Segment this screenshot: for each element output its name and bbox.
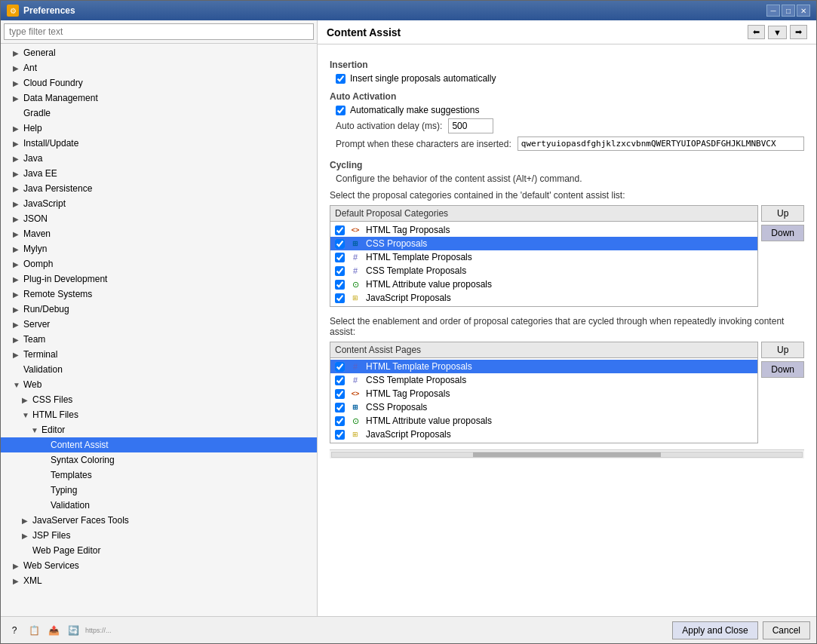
tree-item-ant[interactable]: ▶ Ant — [1, 60, 317, 75]
down-button-default[interactable]: Down — [761, 225, 804, 241]
item-checkbox[interactable] — [335, 403, 345, 412]
item-checkbox[interactable] — [335, 253, 345, 262]
export-icon[interactable]: 📤 — [46, 623, 61, 638]
list-item[interactable]: # CSS Template Proposals — [330, 373, 757, 387]
nav-forward-button[interactable]: ➡ — [790, 25, 807, 39]
tree-item-label: Server — [23, 319, 50, 330]
tree-item-content-assist[interactable]: ▶ Content Assist — [1, 437, 317, 452]
tree-item-validation-editor[interactable]: ▶ Validation — [1, 498, 317, 513]
prompt-input[interactable] — [518, 136, 804, 151]
nav-dropdown-button[interactable]: ▼ — [768, 26, 787, 39]
cancel-button[interactable]: Cancel — [763, 621, 810, 639]
tree-item-java-ee[interactable]: ▶ Java EE — [1, 166, 317, 181]
tree-item-java-persistence[interactable]: ▶ Java Persistence — [1, 181, 317, 196]
list-item[interactable]: ⊞ CSS Proposals — [330, 400, 757, 414]
item-checkbox[interactable] — [335, 416, 345, 426]
tree-item-plugin-development[interactable]: ▶ Plug-in Development — [1, 271, 317, 287]
tree-item-label: Syntax Coloring — [51, 455, 115, 465]
up-button-default[interactable]: Up — [761, 205, 804, 222]
filter-input[interactable] — [4, 23, 314, 40]
tree-item-gradle[interactable]: ▶ Gradle — [1, 106, 317, 121]
tree-item-terminal[interactable]: ▶ Terminal — [1, 347, 317, 362]
tree-item-web-services[interactable]: ▶ Web Services — [1, 558, 317, 573]
down-button-pages[interactable]: Down — [761, 361, 804, 378]
list-item[interactable]: <> HTML Tag Proposals — [330, 223, 757, 237]
list-item[interactable]: <> HTML Tag Proposals — [330, 387, 757, 400]
list-item[interactable]: ⊞ JavaScript Proposals — [330, 291, 757, 305]
list-item[interactable]: ⊙ HTML Attribute value proposals — [330, 414, 757, 428]
tree-item-remote-systems[interactable]: ▶ Remote Systems — [1, 287, 317, 302]
tree-item-validation[interactable]: ▶ Validation — [1, 362, 317, 377]
scrollbar-area[interactable] — [330, 449, 804, 458]
tree-item-javascript[interactable]: ▶ JavaScript — [1, 196, 317, 211]
list-item[interactable]: ⊞ JavaScript Proposals — [330, 428, 757, 441]
prompt-row: Prompt when these characters are inserte… — [336, 136, 804, 151]
minimize-button[interactable]: ─ — [766, 5, 780, 17]
restore-icon[interactable]: 🔄 — [66, 623, 81, 638]
tree-item-label: Plug-in Development — [23, 274, 107, 284]
insert-single-checkbox[interactable] — [336, 74, 346, 84]
tree-item-cloud-foundry[interactable]: ▶ Cloud Foundry — [1, 75, 317, 90]
list-item[interactable]: # CSS Template Proposals — [330, 264, 757, 278]
item-checkbox[interactable] — [335, 239, 345, 249]
up-button-pages[interactable]: Up — [761, 342, 804, 358]
list-item[interactable]: # HTML Template Proposals — [330, 250, 757, 264]
item-checkbox[interactable] — [335, 225, 345, 235]
item-label: JavaScript Proposals — [366, 429, 451, 440]
list-item[interactable]: ⊞ CSS Proposals — [330, 237, 757, 250]
tree-item-label: Help — [23, 123, 42, 133]
auto-suggestions-checkbox[interactable] — [336, 106, 346, 115]
tree-item-syntax-coloring[interactable]: ▶ Syntax Coloring — [1, 452, 317, 468]
list-item[interactable]: ⊙ HTML Attribute value proposals — [330, 278, 757, 291]
tree-item-json[interactable]: ▶ JSON — [1, 211, 317, 226]
tree-item-editor[interactable]: ▼ Editor — [1, 422, 317, 437]
item-checkbox[interactable] — [335, 266, 345, 276]
close-button[interactable]: ✕ — [797, 5, 810, 17]
tree-item-css-files[interactable]: ▶ CSS Files — [1, 392, 317, 407]
tree-item-label: JSP Files — [32, 530, 70, 541]
tree-item-oomph[interactable]: ▶ Oomph — [1, 256, 317, 271]
right-body: Insertion Insert single proposals automa… — [318, 44, 816, 616]
expand-arrow: ▼ — [13, 381, 22, 389]
delay-label: Auto activation delay (ms): — [336, 121, 442, 131]
tree-item-mylyn[interactable]: ▶ Mylyn — [1, 241, 317, 256]
tree-item-templates[interactable]: ▶ Templates — [1, 468, 317, 483]
tree-item-typing[interactable]: ▶ Typing — [1, 483, 317, 498]
item-checkbox[interactable] — [335, 293, 345, 303]
item-checkbox[interactable] — [335, 376, 345, 385]
scrollbar-thumb[interactable] — [473, 452, 661, 457]
help-icon[interactable]: ? — [7, 623, 22, 638]
tree-item-server[interactable]: ▶ Server — [1, 317, 317, 332]
item-checkbox[interactable] — [335, 362, 345, 372]
tree-item-java[interactable]: ▶ Java — [1, 151, 317, 166]
tree-item-data-management[interactable]: ▶ Data Management — [1, 90, 317, 106]
item-checkbox[interactable] — [335, 430, 345, 440]
tree-item-help[interactable]: ▶ Help — [1, 121, 317, 136]
tree-item-run-debug[interactable]: ▶ Run/Debug — [1, 302, 317, 317]
expand-arrow: ▶ — [13, 290, 22, 299]
tree-item-web-page-editor[interactable]: ▶ Web Page Editor — [1, 543, 317, 558]
maximize-button[interactable]: □ — [782, 5, 795, 17]
apply-close-button[interactable]: Apply and Close — [672, 621, 757, 639]
nav-back-button[interactable]: ⬅ — [748, 25, 765, 39]
list-item[interactable]: # HTML Template Proposals — [330, 360, 757, 373]
scrollbar-track[interactable] — [331, 452, 803, 458]
tree-item-label: Web — [23, 379, 41, 390]
tree-item-jsp-files[interactable]: ▶ JSP Files — [1, 528, 317, 543]
tree-item-javaserver-faces[interactable]: ▶ JavaServer Faces Tools — [1, 513, 317, 528]
item-label: CSS Proposals — [366, 402, 427, 412]
tree-item-html-files[interactable]: ▼ HTML Files — [1, 407, 317, 422]
tree-item-web[interactable]: ▼ Web — [1, 377, 317, 392]
import-icon[interactable]: 📋 — [26, 623, 41, 638]
header-nav: ⬅ ▼ ➡ — [748, 25, 807, 39]
tree-item-install-update[interactable]: ▶ Install/Update — [1, 136, 317, 151]
delay-input[interactable] — [448, 118, 493, 133]
tree-item-xml[interactable]: ▶ XML — [1, 573, 317, 588]
tree-item-label: Remote Systems — [23, 289, 92, 299]
tree-item-team[interactable]: ▶ Team — [1, 332, 317, 347]
tree-item-maven[interactable]: ▶ Maven — [1, 226, 317, 241]
item-checkbox[interactable] — [335, 280, 345, 290]
item-checkbox[interactable] — [335, 389, 345, 399]
tree-item-general[interactable]: ▶ General — [1, 45, 317, 60]
css-icon2: ⊞ — [349, 402, 361, 412]
